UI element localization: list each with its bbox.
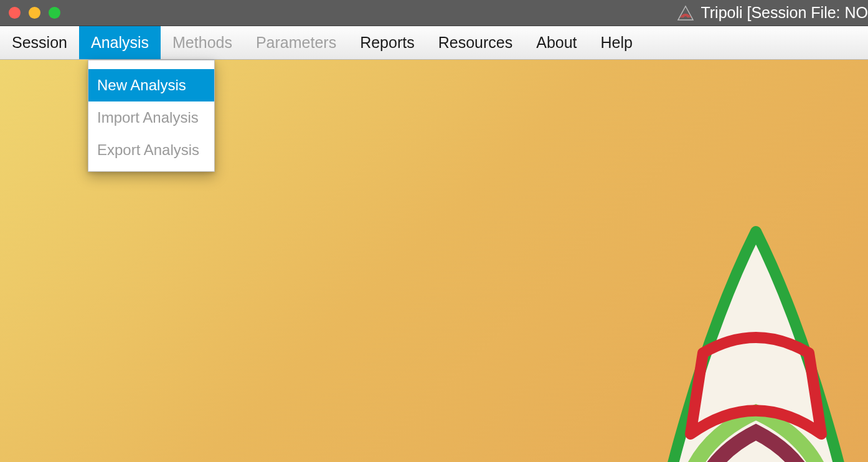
menu-session[interactable]: Session [0, 26, 79, 59]
titlebar: Tripoli [Session File: NO [0, 0, 868, 26]
minimize-button[interactable] [29, 7, 40, 19]
menu-parameters: Parameters [244, 26, 348, 59]
menu-help[interactable]: Help [589, 26, 644, 59]
maximize-button[interactable] [49, 7, 60, 19]
menu-methods: Methods [161, 26, 244, 59]
window-title-container: Tripoli [Session File: NO [677, 0, 868, 26]
tripoli-logo [619, 213, 868, 462]
dropdown-new-analysis[interactable]: New Analysis [88, 69, 214, 101]
app-icon [677, 5, 694, 21]
menu-about[interactable]: About [524, 26, 588, 59]
menu-reports[interactable]: Reports [348, 26, 427, 59]
close-button[interactable] [9, 7, 21, 19]
dropdown-export-analysis: Export Analysis [88, 134, 214, 166]
window-title: Tripoli [Session File: NO [701, 4, 868, 22]
menu-analysis[interactable]: Analysis [79, 26, 161, 59]
menu-resources[interactable]: Resources [427, 26, 525, 59]
analysis-dropdown: New Analysis Import Analysis Export Anal… [88, 60, 215, 172]
menubar: Session Analysis Methods Parameters Repo… [0, 26, 868, 60]
window-controls [9, 7, 60, 19]
dropdown-import-analysis: Import Analysis [88, 101, 214, 134]
